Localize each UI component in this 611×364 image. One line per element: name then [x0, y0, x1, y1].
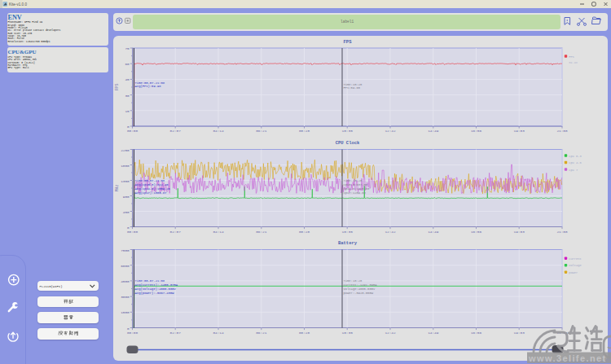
svg-text:14:49: 14:49: [428, 331, 439, 335]
svg-text:900: 900: [123, 195, 130, 199]
svg-text:30: 30: [125, 94, 130, 98]
svg-text:19:03: 19:03: [514, 230, 525, 234]
svg-text:16:56: 16:56: [471, 230, 482, 234]
svg-text:Time:00-07-21:08: Time:00-07-21:08: [135, 81, 165, 85]
svg-text:75: 75: [125, 46, 130, 50]
svg-text:08:28: 08:28: [299, 331, 310, 335]
svg-text:04:14: 04:14: [213, 331, 224, 335]
svg-text:19:03: 19:03: [514, 129, 525, 133]
svg-text:cpu4-6:1425.60: cpu4-6:1425.60: [344, 187, 371, 191]
svg-text:Avg(cpu4-6):1559.26: Avg(cpu4-6):1559.26: [135, 187, 171, 191]
svg-text:current:-1491.09mA: current:-1491.09mA: [344, 283, 378, 287]
svg-text:FPS:59.65: FPS:59.65: [344, 86, 361, 90]
svg-text:60: 60: [125, 62, 130, 66]
svg-text:4500: 4500: [121, 279, 130, 283]
svg-text:3000: 3000: [121, 295, 130, 299]
svg-text:450: 450: [123, 210, 130, 214]
svg-text:cpu0-3:837.00: cpu0-3:837.00: [344, 183, 368, 186]
svg-text:45: 45: [125, 77, 130, 81]
svg-text:00:00: 00:00: [127, 230, 138, 234]
svg-text:current: current: [569, 257, 582, 261]
svg-text:16:56: 16:56: [471, 129, 482, 133]
svg-text:1350: 1350: [121, 179, 130, 183]
svg-text:Time:00-07-21:08: Time:00-07-21:08: [135, 179, 165, 182]
svg-text:02:07: 02:07: [170, 230, 182, 234]
svg-text:10:35: 10:35: [342, 129, 354, 133]
svg-text:cpu 4-6: cpu 4-6: [569, 161, 582, 164]
svg-text:Time:10:20: Time:10:20: [344, 83, 363, 86]
svg-text:cpu 0-3: cpu 0-3: [569, 155, 582, 158]
svg-text:12:42: 12:42: [385, 331, 396, 335]
svg-text:00:00: 00:00: [127, 331, 138, 335]
svg-text:Avg(power):-5867.43mW: Avg(power):-5867.43mW: [135, 292, 175, 295]
svg-text:Avg(current):-1455.07mA: Avg(current):-1455.07mA: [135, 283, 178, 287]
svg-text:08:28: 08:28: [299, 129, 310, 133]
svg-text:00:00: 00:00: [127, 129, 138, 133]
svg-text:Avg(FPS):59.98: Avg(FPS):59.98: [135, 85, 162, 88]
svg-text:6000: 6000: [121, 264, 130, 268]
svg-text:02:07: 02:07: [170, 129, 182, 133]
svg-text:2250: 2250: [121, 148, 130, 152]
svg-text:06:21: 06:21: [256, 331, 267, 335]
svg-text:www.3elife.net: www.3elife.net: [528, 353, 607, 363]
svg-text:04:14: 04:14: [213, 129, 224, 133]
svg-text:Avg(cpu7):1303.87: Avg(cpu7):1303.87: [135, 191, 167, 195]
svg-text:FPS: FPS: [569, 55, 574, 59]
svg-text:06:21: 06:21: [256, 129, 267, 133]
svg-text:FPS: FPS: [344, 39, 353, 45]
svg-text:power: power: [569, 271, 578, 274]
svg-text:1800: 1800: [121, 164, 130, 168]
svg-text:06:21: 06:21: [256, 230, 267, 234]
svg-text:Avg(cpu0-3):842.46: Avg(cpu0-3):842.46: [135, 183, 169, 186]
svg-text:7500: 7500: [121, 248, 130, 252]
svg-text:1500: 1500: [121, 310, 130, 314]
svg-text:12:42: 12:42: [385, 129, 396, 133]
svg-text:12:42: 12:42: [385, 230, 396, 234]
svg-text:08:28: 08:28: [299, 230, 310, 234]
svg-text:FPS: FPS: [115, 84, 119, 91]
svg-text:02:07: 02:07: [170, 331, 182, 335]
svg-text:voltage:4005.00mV: voltage:4005.00mV: [344, 287, 376, 291]
svg-text:14:49: 14:49: [428, 129, 439, 133]
svg-text:10:35: 10:35: [342, 331, 354, 335]
svg-text:Time:10:20: Time:10:20: [344, 179, 363, 182]
svg-text:Time:00-07-21:08: Time:00-07-21:08: [135, 279, 165, 283]
svg-text:14:49: 14:49: [428, 230, 439, 234]
svg-text:MHz: MHz: [115, 185, 119, 192]
svg-text:cpu 7: cpu 7: [569, 169, 578, 172]
svg-text:power:-5920.05mW: power:-5920.05mW: [344, 292, 374, 295]
svg-text:21:08: 21:08: [556, 129, 568, 133]
svg-text:15: 15: [125, 109, 130, 113]
svg-text:10:35: 10:35: [342, 230, 354, 234]
svg-text:cpu7:1209.60: cpu7:1209.60: [344, 191, 367, 195]
svg-text:16:56: 16:56: [471, 331, 482, 335]
svg-text:04:14: 04:14: [213, 230, 224, 234]
svg-text:59.98: 59.98: [569, 61, 578, 64]
svg-text:Battery: Battery: [338, 240, 358, 246]
svg-text:Avg(voltage):4000.00mV: Avg(voltage):4000.00mV: [135, 287, 177, 291]
svg-text:CPU Clock: CPU Clock: [336, 140, 360, 146]
svg-text:Time:10:20: Time:10:20: [344, 279, 363, 283]
svg-text:voltage: voltage: [569, 264, 582, 267]
svg-text:21:08: 21:08: [556, 230, 568, 234]
